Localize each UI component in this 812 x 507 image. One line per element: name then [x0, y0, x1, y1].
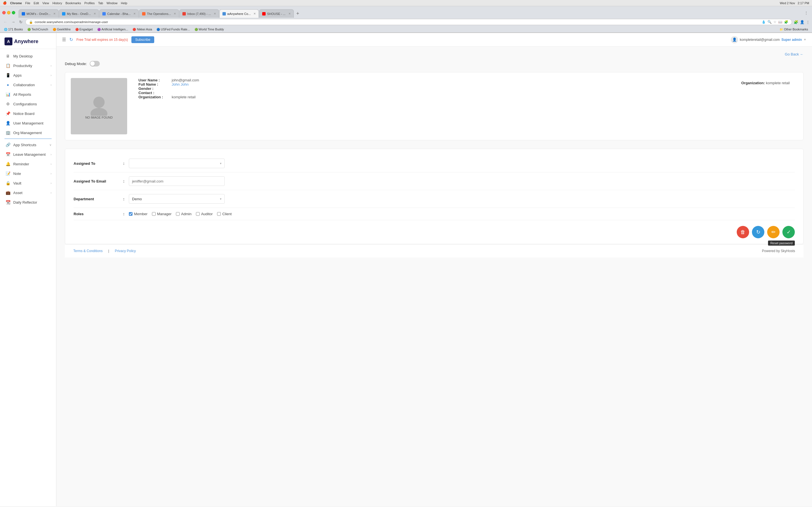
address-bar[interactable]: 🔒 console.wanywhere.com/superadmin/manag…	[26, 19, 792, 25]
sync-button[interactable]: ↻	[752, 226, 764, 238]
confirm-button[interactable]: ✓	[782, 226, 795, 238]
extensions-puzzle-icon[interactable]: 🧩	[794, 20, 798, 24]
tab-mom[interactable]: MOM's - OneDr... ✕	[18, 9, 59, 18]
tab-close-gmail[interactable]: ✕	[212, 12, 216, 15]
hamburger-icon[interactable]: ☰	[62, 37, 66, 42]
sidebar-item-reminder[interactable]: 🔔 Reminder ›	[0, 159, 56, 169]
sidebar-item-app-shortcuts[interactable]: 🔗 App Shortcuts ∨	[0, 140, 56, 150]
tab-close-operations[interactable]: ✕	[172, 12, 176, 15]
extensions-icon[interactable]: 🧩	[784, 20, 788, 24]
dropper-icon[interactable]: 💧	[762, 20, 766, 24]
sidebar-item-all-reports[interactable]: 📊 All Reports	[0, 90, 56, 99]
client-checkbox[interactable]	[217, 212, 221, 216]
tab-bar: MOM's - OneDr... ✕ My files - OneD... ✕ …	[18, 8, 803, 18]
menu-history[interactable]: History	[52, 1, 62, 5]
tab-operations[interactable]: The Operations... ✕	[139, 9, 179, 18]
sidebar-item-apps[interactable]: 📱 Apps ›	[0, 70, 56, 80]
sidebar-item-leave-management[interactable]: 📅 Leave Management ›	[0, 150, 56, 159]
bookmark-ai[interactable]: 🟣 Artificial Intelligen...	[96, 27, 130, 32]
top-nav-right: 👤 kompleteretail@gmail.com Super admin ▼	[731, 36, 806, 43]
tab-close-calendar[interactable]: ✕	[132, 12, 136, 15]
bookmark-other[interactable]: 📁 Other Bookmarks	[778, 27, 810, 32]
menu-file[interactable]: File	[26, 1, 31, 5]
sidebar-item-notice-board[interactable]: 📌 Notice Board	[0, 109, 56, 118]
user-info: 👤 kompleteretail@gmail.com Super admin ▼	[731, 36, 806, 43]
tab-myfiles[interactable]: My files - OneD... ✕	[59, 9, 99, 18]
reset-password-tooltip: Reset password	[768, 240, 795, 245]
go-back-link[interactable]: Go Back ←	[785, 52, 804, 56]
reload-button[interactable]: ↻	[18, 19, 24, 25]
back-button[interactable]: ←	[2, 19, 8, 25]
sidebar-item-asset[interactable]: 💼 Asset ›	[0, 188, 56, 198]
bookmark-star-icon[interactable]: ☆	[773, 20, 776, 24]
window-controls[interactable]	[2, 11, 15, 14]
main-area: ☰ ↻ Free Trial will expires on 15 day(s)…	[56, 33, 812, 506]
delete-button[interactable]: 🗑	[737, 226, 749, 238]
admin-checkbox[interactable]	[176, 212, 180, 216]
subscribe-button[interactable]: Subscribe	[132, 36, 154, 43]
sidebar-item-label: Note	[13, 172, 21, 176]
bookmark-engadget[interactable]: 🔴 Engadget	[73, 27, 94, 32]
sidebar-item-user-management[interactable]: 👤 User Management	[0, 118, 56, 128]
privacy-link[interactable]: Privacy Policy	[115, 249, 136, 253]
role-member[interactable]: Member	[129, 212, 147, 216]
bookmark-usfed[interactable]: 🔵 USFed Funds Rate...	[155, 27, 192, 32]
sidebar-item-daily-reflector[interactable]: 📆 Daily Reflector	[0, 198, 56, 207]
role-manager[interactable]: Manager	[152, 212, 171, 216]
debug-toggle[interactable]	[90, 61, 100, 66]
reader-icon[interactable]: 📖	[778, 20, 782, 24]
manager-checkbox[interactable]	[152, 212, 156, 216]
forward-button[interactable]: →	[10, 19, 16, 25]
auditor-checkbox[interactable]	[196, 212, 200, 216]
menu-help[interactable]: Help	[121, 1, 128, 5]
sidebar-item-productivity[interactable]: 📋 Productivity ›	[0, 61, 56, 70]
tab-close-shouse[interactable]: ✕	[287, 12, 291, 15]
terms-link[interactable]: Terms & Conditions	[73, 249, 103, 253]
bookmark-techcrunch[interactable]: 🟢 TechCrunch	[26, 27, 50, 32]
tab-close-myfiles[interactable]: ✕	[92, 12, 96, 15]
footer-separator: |	[108, 249, 109, 253]
search-icon[interactable]: 🔍	[767, 20, 772, 24]
edit-button[interactable]: ✏	[767, 226, 779, 238]
role-admin[interactable]: Admin	[176, 212, 192, 216]
assigned-email-input[interactable]	[129, 176, 225, 186]
maximize-button[interactable]	[12, 11, 15, 14]
menu-profiles[interactable]: Profiles	[84, 1, 95, 5]
menu-view[interactable]: View	[42, 1, 49, 5]
tab-close-wanywhere[interactable]: ✕	[252, 12, 256, 15]
role-auditor[interactable]: Auditor	[196, 212, 213, 216]
bookmark-geekwire[interactable]: 🟠 GeekWire	[51, 27, 72, 32]
menu-edit[interactable]: Edit	[34, 1, 39, 5]
close-button[interactable]	[2, 11, 6, 14]
sidebar-item-my-desktop[interactable]: 🖥 My Desktop	[0, 51, 56, 61]
bookmark-nikkei[interactable]: 🔴 Nikkei Asia	[131, 27, 154, 32]
assigned-to-dropdown[interactable]: ▾	[129, 159, 225, 168]
minimize-button[interactable]	[7, 11, 10, 14]
chevron-right-icon: ›	[50, 162, 52, 166]
sidebar-item-vault[interactable]: 🔒 Vault ›	[0, 178, 56, 188]
new-tab-button[interactable]: +	[294, 11, 302, 17]
tab-shouse[interactable]: SHOUSE - ... ✕	[259, 9, 294, 18]
tabs-menu[interactable]: ⋮	[803, 11, 810, 15]
tab-wanywhere[interactable]: wAnywhere Co... ✕	[219, 9, 259, 18]
bookmark-171books[interactable]: 🌐 171 Books	[2, 27, 24, 32]
role-client[interactable]: Client	[217, 212, 232, 216]
sidebar-item-configurations[interactable]: ⚙ Configurations	[0, 99, 56, 109]
refresh-icon[interactable]: ↻	[69, 37, 73, 42]
browser-menu-icon[interactable]: ⋮	[806, 20, 810, 24]
member-checkbox[interactable]	[129, 212, 133, 216]
department-dropdown[interactable]: Demo ▾	[129, 194, 225, 204]
menu-window[interactable]: Window	[107, 1, 117, 5]
sidebar-item-note[interactable]: 📝 Note ›	[0, 169, 56, 178]
bookmark-worldtime[interactable]: 🟢 World Time Buddy	[193, 27, 226, 32]
tab-gmail[interactable]: Inbox (7,490) - ... ✕	[179, 9, 219, 18]
tab-calendar[interactable]: Calendar - Bha... ✕	[99, 9, 139, 18]
menu-tab[interactable]: Tab	[98, 1, 103, 5]
sidebar-item-org-management[interactable]: 🏢 Org Management	[0, 128, 56, 137]
tab-close-mom[interactable]: ✕	[52, 12, 56, 15]
user-menu-chevron[interactable]: ▼	[804, 38, 806, 41]
menu-bookmarks[interactable]: Bookmarks	[65, 1, 81, 5]
tab-favicon	[142, 12, 146, 15]
user-icon[interactable]: 👤	[800, 20, 804, 24]
sidebar-item-collaboration[interactable]: ● Collaboration ›	[0, 80, 56, 90]
